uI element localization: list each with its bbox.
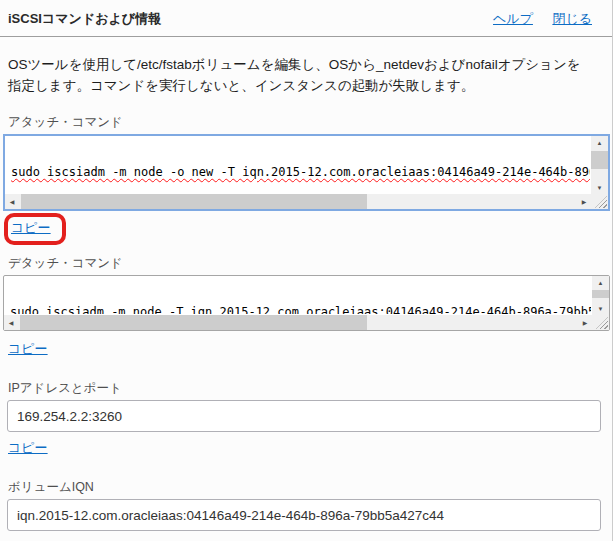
scrollbar-thumb[interactable] bbox=[591, 151, 608, 170]
scroll-down-icon[interactable]: ▼ bbox=[592, 302, 609, 315]
detach-copy-row: コピー bbox=[8, 339, 604, 358]
close-link[interactable]: 閉じる bbox=[552, 11, 592, 26]
scrollbar-corner bbox=[591, 194, 608, 209]
volume-iqn-input[interactable] bbox=[7, 499, 601, 531]
resize-grip-icon[interactable] bbox=[596, 317, 608, 329]
dialog-body: OSツールを使用して/etc/fstabボリュームを編集し、OSから_netde… bbox=[0, 54, 612, 541]
vertical-scrollbar[interactable]: ▲ ▼ bbox=[592, 276, 609, 315]
iqn-copy-row: コピー bbox=[8, 537, 604, 541]
ip-address-port-label: IPアドレスとポート bbox=[8, 380, 604, 397]
scroll-up-icon[interactable]: ▲ bbox=[592, 276, 609, 289]
horizontal-scrollbar[interactable]: ◀ ▶ bbox=[5, 194, 591, 209]
attach-copy-row: コピー bbox=[8, 211, 604, 245]
horizontal-scrollbar[interactable]: ◀ ▶ bbox=[4, 315, 592, 330]
scroll-right-icon[interactable]: ▶ bbox=[577, 194, 591, 209]
dialog-title: iSCSIコマンドおよび情報 bbox=[8, 10, 161, 28]
header-links: ヘルプ 閉じる bbox=[478, 9, 592, 28]
help-link[interactable]: ヘルプ bbox=[493, 11, 533, 26]
scrollbar-thumb[interactable] bbox=[592, 290, 609, 298]
scrollbar-track[interactable] bbox=[19, 194, 577, 209]
iscsi-commands-dialog: iSCSIコマンドおよび情報 ヘルプ 閉じる OSツールを使用して/etc/fs… bbox=[0, 0, 613, 541]
scrollbar-track[interactable] bbox=[591, 149, 608, 181]
attach-command-content: sudo iscsiadm -m node -o new -T iqn.2015… bbox=[6, 137, 590, 193]
scroll-up-icon[interactable]: ▲ bbox=[591, 136, 608, 149]
volume-iqn-label: ボリュームIQN bbox=[8, 479, 604, 496]
command-line: sudo iscsiadm -m node -T iqn.2015-12.com… bbox=[10, 306, 591, 314]
scrollbar-track[interactable] bbox=[18, 315, 578, 330]
scrollbar-corner bbox=[592, 315, 609, 330]
detach-command-label: デタッチ・コマンド bbox=[8, 255, 604, 272]
annotation-highlight: コピー bbox=[4, 213, 66, 245]
detach-command-textarea[interactable]: sudo iscsiadm -m node -T iqn.2015-12.com… bbox=[3, 275, 610, 331]
scrollbar-track[interactable] bbox=[592, 289, 609, 302]
scrollbar-thumb[interactable] bbox=[21, 194, 367, 209]
copy-attach-link[interactable]: コピー bbox=[11, 219, 51, 237]
attach-command-textarea[interactable]: sudo iscsiadm -m node -o new -T iqn.2015… bbox=[3, 134, 610, 211]
scroll-down-icon[interactable]: ▼ bbox=[591, 181, 608, 194]
copy-ip-link[interactable]: コピー bbox=[8, 440, 48, 455]
vertical-scrollbar[interactable]: ▲ ▼ bbox=[591, 136, 608, 194]
scrollbar-thumb[interactable] bbox=[20, 315, 367, 330]
description-text: OSツールを使用して/etc/fstabボリュームを編集し、OSから_netde… bbox=[8, 54, 590, 96]
scroll-right-icon[interactable]: ▶ bbox=[578, 315, 592, 330]
ip-copy-row: コピー bbox=[8, 438, 604, 457]
detach-command-content: sudo iscsiadm -m node -T iqn.2015-12.com… bbox=[5, 277, 591, 314]
scroll-left-icon[interactable]: ◀ bbox=[5, 194, 19, 209]
copy-detach-link[interactable]: コピー bbox=[8, 341, 48, 356]
command-line: sudo iscsiadm -m node -o new -T iqn.2015… bbox=[11, 166, 590, 179]
scroll-left-icon[interactable]: ◀ bbox=[4, 315, 18, 330]
dialog-header: iSCSIコマンドおよび情報 ヘルプ 閉じる bbox=[0, 0, 612, 37]
resize-grip-icon[interactable] bbox=[595, 196, 607, 208]
ip-address-port-input[interactable] bbox=[7, 400, 601, 432]
attach-command-label: アタッチ・コマンド bbox=[8, 114, 604, 131]
